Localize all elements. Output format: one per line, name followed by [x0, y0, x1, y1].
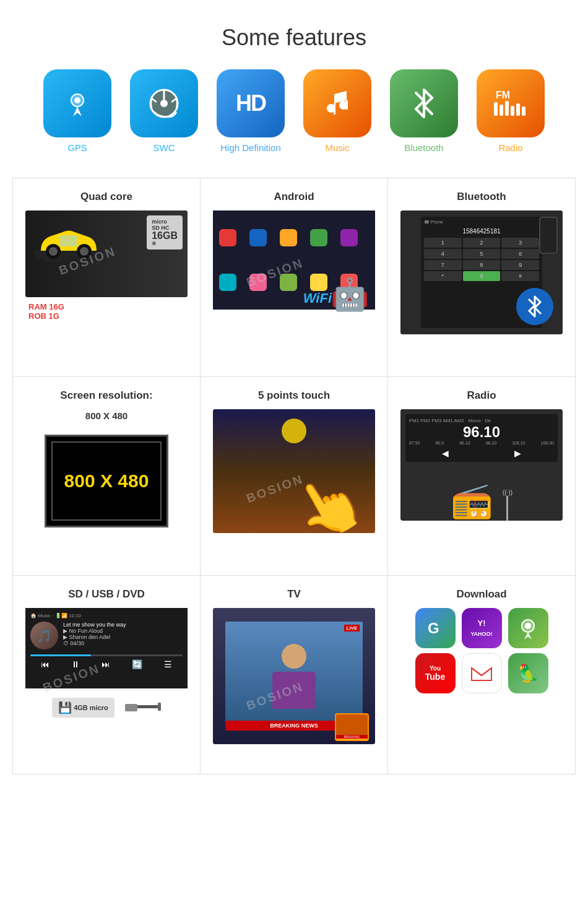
- radio-section-title: Radio: [400, 389, 563, 402]
- svg-point-18: [49, 247, 58, 256]
- android-image: 🤖 WiFi BOSION: [213, 210, 375, 310]
- svg-rect-24: [158, 703, 161, 711]
- feature-radio: FM Radio: [473, 69, 548, 153]
- app-icon-gmail: [462, 653, 502, 693]
- svg-rect-13: [511, 106, 514, 116]
- svg-rect-12: [505, 101, 509, 116]
- feature-music: Music: [300, 69, 374, 153]
- android-content: 🤖 WiFi BOSION: [213, 210, 375, 310]
- grid-row-1: Quad core: [13, 178, 575, 377]
- svg-text:FM: FM: [496, 90, 510, 100]
- quad-core-content: micro SD HC 16GB ④ BOSION RAM 16GROB 1G: [25, 210, 188, 321]
- screen-res-subtitle: 800 X 480: [85, 409, 128, 422]
- feature-hd: HD High Definition: [214, 69, 288, 153]
- hd-text: HD: [236, 90, 266, 116]
- grid-row-2: Screen resolution: 800 X 480 800 X 480 5…: [13, 377, 575, 576]
- music-icon-box: [303, 69, 371, 137]
- android-title: Android: [213, 191, 375, 203]
- feature-gps: GPS: [40, 69, 115, 153]
- radio-image: FM1 FM2 FM3 AM1 AM2 · Mono · Dk 96.10 87…: [400, 409, 563, 521]
- hd-icon-box: HD: [217, 69, 285, 137]
- cell-quad-core: Quad core: [13, 178, 201, 376]
- quad-core-image: micro SD HC 16GB ④ BOSION: [25, 210, 188, 297]
- app-icon-bird: 🦜: [508, 653, 548, 693]
- app-icon-google: G: [415, 608, 456, 648]
- sd-usb-content: 🏠 Music · 🔋📶 10:10 🎵 Let me show you the…: [25, 608, 188, 718]
- app-icon-yahoo: Y!YAHOO!: [462, 608, 502, 648]
- swc-icon-box: [130, 69, 198, 137]
- bluetooth-circle: [516, 288, 553, 325]
- feature-swc: SWC: [127, 69, 201, 153]
- cell-5-points-touch: 5 points touch 👆 BOSION: [201, 377, 388, 575]
- resolution-text: 800 X 480: [64, 471, 149, 492]
- music-player-screen: 🏠 Music · 🔋📶 10:10 🎵 Let me show you the…: [25, 608, 188, 688]
- bluetooth-image: ☎ Phone 15846425181 1 2 3 4 5 6 7 8: [400, 210, 563, 334]
- download-apps-content: G Y!YAHOO!: [400, 608, 563, 698]
- svg-rect-7: [334, 103, 335, 115]
- bluetooth-icon-box: [390, 69, 458, 137]
- radio-label: Radio: [498, 142, 522, 153]
- sd-micro-label: micro: [152, 219, 178, 225]
- radio-icon-box: FM: [477, 69, 545, 137]
- svg-rect-14: [516, 103, 520, 116]
- sdcard-4gb: 💾 4GB micro: [52, 698, 115, 718]
- tv-title: TV: [213, 588, 375, 601]
- svg-rect-8: [346, 100, 348, 110]
- cell-sd-usb-dvd: SD / USB / DVD 🏠 Music · 🔋📶 10:10 🎵 Let …: [13, 576, 201, 774]
- app-icon-youtube: YouTube: [415, 653, 456, 693]
- svg-rect-11: [499, 105, 503, 116]
- svg-point-27: [525, 623, 531, 629]
- svg-text:G: G: [428, 620, 439, 636]
- bluetooth-section-title: Bluetooth: [400, 191, 563, 203]
- download-title: Download: [400, 588, 563, 601]
- svg-rect-21: [59, 235, 78, 246]
- resolution-display: 800 X 480: [45, 435, 168, 527]
- svg-rect-10: [494, 102, 498, 116]
- feature-bluetooth: Bluetooth: [387, 69, 461, 153]
- hd-label: High Definition: [220, 142, 281, 153]
- page-title: Some features: [0, 0, 588, 69]
- cell-android: Android: [201, 178, 388, 376]
- quad-core-title: Quad core: [25, 191, 188, 203]
- music-label: Music: [325, 142, 349, 153]
- usb-connector: [124, 699, 161, 716]
- android-robot-icon: 🤖: [331, 277, 369, 313]
- gps-icon-box: [43, 69, 111, 137]
- bluetooth-label: Bluetooth: [404, 142, 443, 153]
- app-icon-maps: [508, 608, 548, 648]
- grid-row-3: SD / USB / DVD 🏠 Music · 🔋📶 10:10 🎵 Let …: [13, 576, 575, 774]
- app-row-1: G Y!YAHOO!: [415, 608, 548, 648]
- screen-res-title: Screen resolution:: [25, 389, 188, 402]
- svg-rect-15: [522, 106, 525, 116]
- svg-rect-23: [137, 705, 159, 708]
- cell-screen-resolution: Screen resolution: 800 X 480 800 X 480: [13, 377, 201, 575]
- sd-class: ④: [152, 241, 178, 246]
- cell-radio-section: Radio FM1 FM2 FM3 AM1 AM2 · Mono · Dk 96…: [388, 377, 575, 575]
- svg-point-20: [80, 247, 89, 256]
- cell-download: Download G Y!YAHOO!: [388, 576, 575, 774]
- boombox-icon: 📻: [451, 480, 493, 521]
- wifi-label: WiFi: [303, 290, 332, 306]
- touch-title: 5 points touch: [213, 389, 375, 402]
- gps-label: GPS: [67, 142, 87, 153]
- ram-text: RAM 16GROB 1G: [25, 302, 188, 321]
- cell-bluetooth-section: Bluetooth ☎ Phone 15846425181 1 2 3: [388, 178, 575, 376]
- features-row: GPS SWC HD High Definition: [0, 69, 588, 178]
- tv-image: LIVE BREAKING NEWS BREAKING BOSION: [213, 608, 375, 744]
- sd-usb-dvd-title: SD / USB / DVD: [25, 588, 188, 601]
- svg-rect-22: [125, 704, 137, 711]
- svg-point-3: [160, 100, 168, 107]
- hand-icon: 👆: [282, 461, 374, 533]
- cell-tv: TV LIVE BREAKING NEWS: [201, 576, 388, 774]
- touch-image: 👆 BOSION: [213, 409, 375, 533]
- sd-size: 16GB: [152, 231, 178, 241]
- features-grid: Quad core: [12, 178, 576, 775]
- swc-label: SWC: [153, 142, 175, 153]
- bluetooth-content: ☎ Phone 15846425181 1 2 3 4 5 6 7 8: [400, 210, 563, 334]
- svg-point-1: [74, 97, 80, 103]
- radio-freq-display: 96.10: [409, 423, 554, 441]
- app-row-2: YouTube 🦜: [415, 653, 548, 693]
